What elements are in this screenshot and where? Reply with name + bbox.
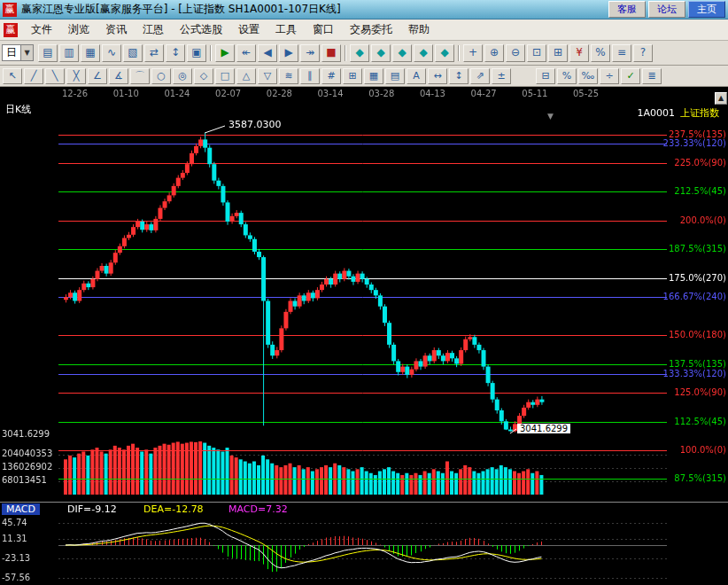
rhombus-tool-icon[interactable]: ◇: [194, 68, 213, 84]
grid-tool-icon[interactable]: #: [321, 68, 341, 84]
rect-tool-icon[interactable]: □: [215, 68, 235, 84]
cross-lines-icon[interactable]: ╳: [66, 68, 86, 84]
permille-tool-icon[interactable]: ‰: [578, 68, 598, 84]
menu-item-3[interactable]: 江恩: [135, 20, 172, 39]
gann-box-icon[interactable]: ◆: [392, 44, 412, 62]
switch-period-icon[interactable]: ⇄: [144, 44, 164, 62]
grid-icon[interactable]: ⊞: [548, 44, 568, 62]
circle-tool-icon[interactable]: ○: [151, 68, 171, 84]
zoom-in-icon[interactable]: ⊕: [484, 44, 504, 62]
next-bar-icon[interactable]: ▶: [279, 44, 298, 62]
snapshot-icon[interactable]: ▣: [187, 44, 206, 62]
divide-tool-icon[interactable]: ÷: [600, 68, 619, 84]
parallel-lines-icon[interactable]: ∥: [300, 68, 320, 84]
cycle-ring-icon[interactable]: ◎: [173, 68, 192, 84]
menu-bar: 赢 文件浏览资讯江恩公式选股设置工具窗口交易委托帮助: [0, 20, 728, 41]
scroll-up-button[interactable]: ▲: [715, 92, 727, 105]
gann-square-icon[interactable]: ◆: [350, 44, 369, 62]
trendline-down-icon[interactable]: ╲: [45, 68, 65, 84]
ray-tool-icon[interactable]: ⇗: [470, 68, 490, 84]
fund-icon[interactable]: ¥: [569, 44, 589, 62]
crosshair-icon[interactable]: +: [463, 44, 483, 62]
menu-item-1[interactable]: 浏览: [60, 20, 97, 39]
menu-item-9[interactable]: 帮助: [400, 20, 438, 39]
triangle-up-icon[interactable]: △: [236, 68, 256, 84]
toolbar-separator: [458, 45, 460, 61]
gann-wheel-icon[interactable]: ◆: [414, 44, 433, 62]
first-bar-icon[interactable]: ↞: [236, 44, 256, 62]
quote-table-icon[interactable]: ▦: [81, 44, 100, 62]
gann-angle-icon[interactable]: ∡: [109, 68, 128, 84]
toolbar-row-2: ↖╱╲╳∠∡⌒○◎◇□△▽≋∥#⊞▦▤A↔↕⇗±⊟%‰÷✓≣: [0, 66, 728, 87]
gann-cycle-icon[interactable]: ◆: [435, 44, 454, 62]
toolbar-row-1: 日 ▼ ▤▥▦∿▧⇄↕▣▶↞◀▶↠■◆◆◆◆◆+⊕⊖⊡⊞¥%≡?: [0, 41, 728, 66]
menu-item-8[interactable]: 交易委托: [342, 20, 400, 39]
line-chart-icon[interactable]: ∿: [102, 44, 121, 62]
kline-chart-canvas[interactable]: [0, 87, 728, 585]
play-icon[interactable]: ▶: [215, 44, 235, 62]
titlebar-button-1[interactable]: 论坛: [648, 1, 685, 18]
region-stat-icon[interactable]: ⊡: [527, 44, 546, 62]
hline-tool-icon[interactable]: ↔: [428, 68, 447, 84]
menu-logo-icon: 赢: [4, 23, 18, 37]
list-icon[interactable]: ≡: [612, 44, 631, 62]
percent-icon[interactable]: %: [591, 44, 610, 62]
menu-item-5[interactable]: 设置: [230, 20, 267, 39]
panel-layout-icon[interactable]: ▥: [59, 44, 79, 62]
confirm-icon[interactable]: ✓: [621, 68, 640, 84]
square-grid-icon[interactable]: ⊞: [343, 68, 362, 84]
plus-minus-icon[interactable]: ±: [492, 68, 511, 84]
menu-item-4[interactable]: 公式选股: [172, 20, 230, 39]
stop-icon[interactable]: ■: [321, 44, 341, 62]
trendline-up-icon[interactable]: ╱: [24, 68, 43, 84]
arc-tool-icon[interactable]: ⌒: [130, 68, 150, 84]
area-chart-icon[interactable]: ▧: [123, 44, 143, 62]
menu-item-2[interactable]: 资讯: [97, 20, 135, 39]
scale-icon[interactable]: ↕: [166, 44, 185, 62]
percent-tool-icon[interactable]: %: [557, 68, 577, 84]
menu-item-6[interactable]: 工具: [267, 20, 305, 39]
gann-fan-icon[interactable]: ◆: [371, 44, 391, 62]
price-grid-icon[interactable]: ▤: [385, 68, 405, 84]
menu-item-7[interactable]: 窗口: [305, 20, 342, 39]
titlebar-button-2[interactable]: 主页: [688, 1, 725, 18]
app-logo-icon: 赢: [3, 3, 17, 17]
angle-tool-icon[interactable]: ∠: [88, 68, 107, 84]
chart-list-icon[interactable]: ▤: [38, 44, 58, 62]
gann-grid-icon[interactable]: ▦: [364, 68, 383, 84]
triangle-down-icon[interactable]: ▽: [258, 68, 277, 84]
select-tool-icon[interactable]: ↖: [3, 68, 22, 84]
title-bar: 赢 赢家江恩专业版[赢家服务平台] - [上证指数 SH1A0001-107日K…: [0, 0, 728, 20]
window-split-icon[interactable]: ⊟: [536, 68, 555, 84]
wave-tool-icon[interactable]: ≋: [279, 68, 298, 84]
toolbar-separator: [210, 45, 212, 61]
levels-icon[interactable]: ≣: [642, 68, 662, 84]
last-bar-icon[interactable]: ↠: [300, 44, 320, 62]
chart-area: 日K线 1A0001上证指数 3587.0300 3041.6299 ▼ ▲ M…: [0, 87, 728, 585]
vline-tool-icon[interactable]: ↕: [449, 68, 469, 84]
prev-bar-icon[interactable]: ◀: [258, 44, 277, 62]
title-buttons: 客服论坛主页: [606, 1, 725, 18]
help-icon[interactable]: ?: [633, 44, 653, 62]
macd-indicator-tab[interactable]: MACD: [2, 503, 40, 515]
zoom-out-icon[interactable]: ⊖: [506, 44, 525, 62]
text-tool-icon[interactable]: A: [407, 68, 426, 84]
window-title: 赢家江恩专业版[赢家服务平台] - [上证指数 SH1A0001-107日K线]: [21, 2, 606, 17]
toolbar-separator: [345, 45, 346, 61]
titlebar-button-0[interactable]: 客服: [608, 1, 646, 18]
period-value: 日: [3, 45, 20, 60]
chevron-down-icon[interactable]: ▼: [20, 45, 33, 60]
period-selector[interactable]: 日 ▼: [2, 44, 34, 61]
menu-item-0[interactable]: 文件: [23, 20, 60, 39]
